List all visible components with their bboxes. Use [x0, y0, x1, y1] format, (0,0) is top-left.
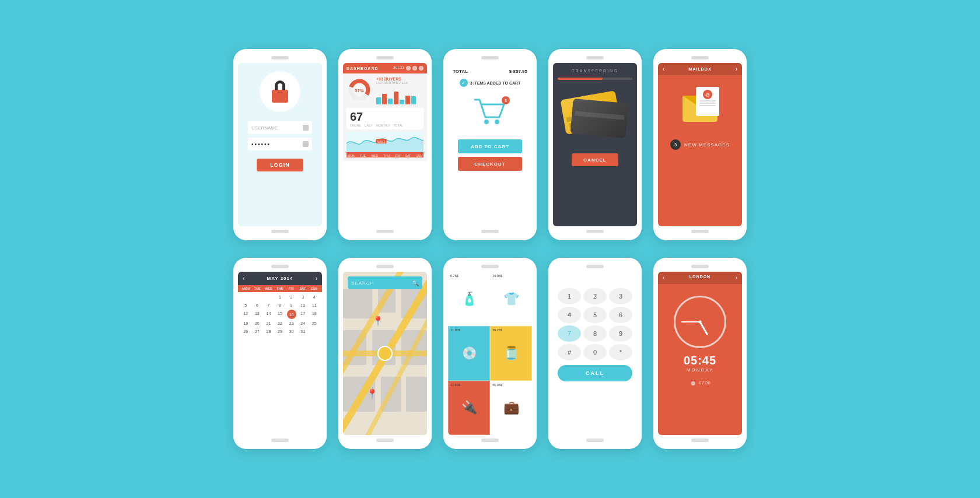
calendar-date[interactable]: 2 [286, 293, 297, 301]
calendar-date[interactable]: 17 [298, 310, 309, 319]
check-icon: ✓ [460, 79, 468, 87]
next-month-icon[interactable]: › [316, 275, 317, 282]
calendar-date[interactable]: 24 [298, 320, 309, 327]
search-bar[interactable]: SEARCH 🔍 [348, 276, 422, 289]
key-4[interactable]: 4 [558, 307, 581, 323]
key-8[interactable]: 8 [583, 325, 607, 342]
calendar-date[interactable]: 23 [286, 320, 297, 327]
calendar-date[interactable]: 6 [252, 301, 263, 309]
calendar-date[interactable]: 25 [309, 320, 320, 327]
shop-item-jar[interactable]: 39.25$ 🫙 [490, 326, 532, 380]
dashboard-screen: DASHBOARD JUL 21 57% [343, 63, 427, 226]
add-to-cart-button[interactable]: ADD TO CART [458, 139, 522, 153]
calendar-date[interactable]: 5 [240, 301, 251, 309]
calendar-date[interactable]: 8 [275, 301, 286, 309]
key-7[interactable]: 7 [558, 325, 581, 342]
key-2[interactable]: 2 [583, 288, 607, 304]
calendar-date [240, 293, 251, 301]
username-field[interactable]: USERNAME [248, 121, 312, 134]
progress-fill [558, 78, 603, 80]
key-6[interactable]: 6 [609, 307, 632, 323]
calendar-date[interactable]: 20 [252, 320, 263, 327]
dashboard-header: DASHBOARD JUL 21 [343, 63, 427, 73]
doc-line-1 [699, 100, 716, 101]
dashboard-body: 57% +93 BUYERS LAST MONTH BUYERS [343, 73, 427, 161]
calendar-date[interactable]: 22 [275, 320, 286, 327]
calendar-date[interactable]: 15 [275, 310, 286, 319]
phone-home-btn [691, 439, 709, 442]
shop-item-record[interactable]: 11.90$ 💿 [448, 326, 490, 380]
back-arrow-icon[interactable]: ‹ [663, 66, 664, 72]
calendar-date[interactable]: 18 [309, 310, 320, 319]
calendar-date[interactable]: 16 [287, 310, 296, 319]
calendar-date [252, 293, 263, 301]
phone-notch [691, 265, 709, 268]
calendar-date[interactable]: 12 [240, 310, 251, 319]
cancel-button[interactable]: CANCEL [572, 153, 618, 166]
search-icon: 🔍 [412, 280, 419, 286]
search-icon [412, 66, 417, 71]
shop-item-usb[interactable]: 17.65$ 🔌 [448, 381, 490, 435]
calendar-date[interactable]: 9 [286, 301, 297, 309]
buyers-info: +93 BUYERS LAST MONTH BUYERS [376, 77, 424, 104]
key-1[interactable]: 1 [558, 288, 581, 304]
prev-city-icon[interactable]: ‹ [663, 275, 664, 281]
buyers-sub: LAST MONTH BUYERS [376, 81, 424, 85]
calendar-date[interactable]: 29 [275, 328, 286, 335]
calendar-date[interactable]: 10 [298, 301, 309, 309]
shop-item-bottle[interactable]: 6.75$ 🧴 [448, 272, 490, 326]
key-hash[interactable]: # [558, 344, 581, 360]
prev-month-icon[interactable]: ‹ [243, 275, 244, 282]
calendar-date[interactable]: 3 [298, 293, 309, 301]
calendar-date[interactable]: 31 [298, 328, 309, 335]
calendar-date[interactable]: 7 [263, 301, 274, 309]
donut-chart: 57% [346, 77, 373, 103]
calendar-date[interactable]: 13 [252, 310, 263, 319]
calendar-date[interactable]: 19 [240, 320, 251, 327]
phone-home-btn [481, 230, 499, 233]
calendar-date[interactable]: 26 [240, 328, 251, 335]
shop-item-shirt[interactable]: 14.95$ 👕 [490, 272, 532, 326]
day-fri: FRI [395, 154, 400, 157]
calendar-date[interactable]: 28 [263, 328, 274, 335]
clock-nav: ‹ LONDON › [658, 272, 742, 284]
stat-block: 67 ONLINE DAILY MONTHLY TOTAL [346, 108, 424, 129]
call-button[interactable]: CALL [558, 365, 632, 381]
key-3[interactable]: 3 [609, 288, 632, 304]
key-9[interactable]: 9 [609, 325, 632, 342]
lock-shackle [275, 80, 285, 90]
calendar-date[interactable]: 27 [252, 328, 263, 335]
day-sun: SUN [309, 287, 320, 290]
key-star[interactable]: * [609, 344, 632, 360]
forward-arrow-icon[interactable]: › [736, 66, 737, 72]
calendar-date[interactable]: 21 [263, 320, 274, 327]
calendar-date[interactable]: 11 [309, 301, 320, 309]
calendar-date[interactable]: 1 [275, 293, 286, 301]
phone-home-btn [586, 230, 604, 233]
phone-home-btn [586, 439, 604, 442]
svg-point-24 [378, 346, 392, 360]
key-5[interactable]: 5 [583, 307, 607, 323]
phone-notch [271, 265, 289, 268]
next-city-icon[interactable]: › [736, 275, 737, 281]
phone-transfer: TRANSFERRING CANCEL [548, 49, 642, 240]
checkout-button[interactable]: CHECKOUT [458, 157, 522, 171]
password-field[interactable]: •••••• [248, 138, 312, 150]
clock-day-display: MONDAY [687, 367, 714, 373]
map-screen: SEARCH 🔍 [343, 272, 427, 435]
phone-calendar: ‹ MAY 2014 › MON TUE WED THU FRI SAT SUN… [233, 258, 327, 449]
buyers-count: +93 BUYERS [376, 77, 424, 81]
calendar-date[interactable]: 30 [286, 328, 297, 335]
svg-text:57%: 57% [355, 88, 364, 93]
calendar-date [309, 328, 320, 335]
phones-grid: USERNAME •••••• LOGIN DASHBOARD JUL 21 [210, 26, 770, 472]
key-0[interactable]: 0 [583, 344, 607, 360]
phone-home-btn [376, 439, 394, 442]
shop-item-briefcase[interactable]: 49.35$ 💼 [490, 381, 532, 435]
calendar-date[interactable]: 14 [263, 310, 274, 319]
total-price: $ 857.95 [509, 69, 527, 74]
calendar-date[interactable]: 4 [309, 293, 320, 301]
added-text: 3 ITEMS ADDED TO CART [470, 81, 521, 85]
phone-notch [271, 56, 289, 59]
login-button[interactable]: LOGIN [257, 159, 303, 171]
